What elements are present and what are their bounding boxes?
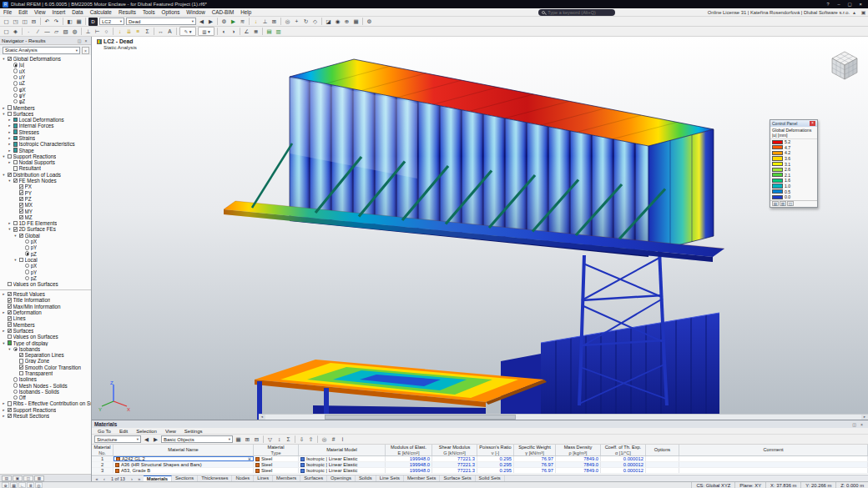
separator[interactable]: [113, 28, 114, 35]
member-hinge-icon[interactable]: ○: [102, 27, 111, 36]
tree-expander-icon[interactable]: ▾: [2, 172, 6, 178]
tree-expander-icon[interactable]: ▸: [8, 141, 12, 147]
material-model-cell[interactable]: Isotropic | Linear Elastic: [299, 468, 386, 473]
first-table-icon[interactable]: «: [93, 476, 100, 481]
tree-item[interactable]: Transparent: [0, 370, 91, 376]
orientation-cube[interactable]: [826, 48, 863, 83]
menu-item[interactable]: CAD-BIM: [209, 8, 238, 16]
separator[interactable]: [22, 28, 23, 35]
separator[interactable]: [240, 28, 240, 35]
menu-item[interactable]: View: [31, 8, 49, 16]
tree-checkbox[interactable]: [19, 234, 24, 239]
tree-checkbox[interactable]: [8, 173, 13, 178]
grid-toggle-icon[interactable]: ▦: [10, 482, 18, 488]
material-name-cell[interactable]: A36 (HR Structural Shapes and Bars) ▾: [114, 462, 254, 467]
navigator-toggle-icon[interactable]: ◧: [65, 17, 74, 26]
menu-item[interactable]: Calculate: [87, 8, 115, 16]
poisson-ratio-cell[interactable]: 0.295: [477, 456, 514, 461]
tree-checkbox[interactable]: [13, 99, 18, 104]
tree-checkbox[interactable]: [13, 81, 18, 86]
table-tab[interactable]: Openings: [327, 475, 356, 481]
tree-item[interactable]: ▸ Support Reactions: [0, 407, 91, 413]
separator[interactable]: [40, 18, 41, 25]
tree-checkbox[interactable]: [8, 292, 13, 297]
save-icon[interactable]: ◫: [20, 17, 29, 26]
3d-viewport[interactable]: LC2 - Dead Static Analysis Control: [92, 37, 868, 420]
table-menu-item[interactable]: Edit: [115, 429, 132, 434]
tree-item[interactable]: ▸ Local Deformations: [0, 117, 91, 123]
result-diagram-toggle-icon[interactable]: ▥: [274, 27, 283, 36]
column-header[interactable]: Poisson's Ratio ν [-]: [477, 445, 514, 455]
next-load-case-icon[interactable]: ▶: [206, 17, 215, 26]
tree-checkbox[interactable]: [13, 129, 18, 134]
isometric-view-icon[interactable]: ◇: [310, 17, 320, 26]
tree-checkbox[interactable]: [13, 383, 18, 388]
tree-expander-icon[interactable]: ▸: [2, 105, 6, 111]
tree-item[interactable]: ▸ Result Values: [0, 291, 91, 297]
table-tab[interactable]: Line Sets: [376, 475, 404, 481]
tree-expander-icon[interactable]: ▸: [8, 148, 12, 153]
comment-cell[interactable]: [679, 462, 868, 467]
comment-cell[interactable]: [679, 468, 868, 473]
tree-expander-icon[interactable]: ▾: [13, 257, 18, 263]
tree-item[interactable]: pZ: [0, 275, 91, 281]
table-tab[interactable]: Lines: [254, 475, 273, 481]
node-icon[interactable]: ∙: [24, 27, 33, 36]
tree-item[interactable]: ▾ Distribution of Loads: [0, 172, 91, 178]
transparency-icon[interactable]: ◑: [229, 27, 238, 36]
objects-filter-combo[interactable]: Basic Objects ▾: [161, 435, 233, 443]
column-header[interactable]: Specific Weight γ [kN/m³]: [514, 445, 556, 455]
select-objects-icon[interactable]: ▢: [2, 27, 11, 36]
tree-checkbox[interactable]: [13, 347, 18, 352]
menu-item[interactable]: Help: [237, 8, 255, 16]
tree-expander-icon[interactable]: ▸: [8, 123, 12, 128]
options-cell[interactable]: [646, 462, 679, 467]
tree-checkbox[interactable]: [13, 93, 18, 98]
tree-checkbox[interactable]: [13, 142, 18, 147]
row-number-cell[interactable]: 1: [92, 456, 114, 461]
redo-icon[interactable]: ↷: [52, 17, 61, 26]
tree-checkbox[interactable]: [8, 316, 13, 321]
snap-icon[interactable]: ⊕: [342, 17, 351, 26]
table-tab[interactable]: Sections: [172, 475, 198, 481]
options-cell[interactable]: [646, 456, 679, 461]
tree-item[interactable]: Values on Surfaces: [0, 334, 91, 340]
edit-style-combo[interactable]: ✎ ▾: [179, 27, 196, 36]
calculator-icon[interactable]: #: [329, 435, 338, 444]
table-tab[interactable]: Solid Sets: [476, 475, 505, 481]
undo-icon[interactable]: ↶: [43, 17, 52, 26]
modulus-cell[interactable]: 199948.0: [386, 462, 432, 467]
collapse-ribbon-icon[interactable]: ▴: [850, 9, 859, 15]
tree-item[interactable]: pZ: [0, 251, 91, 257]
table-menu-item[interactable]: Go To: [93, 429, 115, 434]
table-tab[interactable]: Member Sets: [404, 475, 440, 481]
tree-item[interactable]: ▸ Shape: [0, 147, 91, 153]
tree-checkbox[interactable]: [8, 408, 13, 413]
tree-checkbox[interactable]: [13, 395, 18, 400]
tree-item[interactable]: ▸ Stresses: [0, 129, 91, 135]
print-icon[interactable]: ⊟: [29, 17, 38, 26]
tree-checkbox[interactable]: [8, 304, 13, 309]
tree-item[interactable]: MX: [0, 202, 91, 208]
tree-item[interactable]: ▾ Local: [0, 257, 91, 263]
tree-checkbox[interactable]: [13, 123, 18, 128]
tree-item[interactable]: ▾ FE Mesh Nodes: [0, 178, 91, 184]
measure-icon[interactable]: ∠: [242, 27, 251, 36]
tree-checkbox[interactable]: [19, 371, 24, 376]
tree-checkbox[interactable]: [8, 105, 13, 110]
tree-expander-icon[interactable]: ▸: [2, 309, 6, 315]
search-input[interactable]: [548, 10, 611, 15]
shear-modulus-cell[interactable]: 77221.3: [432, 456, 477, 461]
tree-item[interactable]: ▸ Surfaces: [0, 328, 91, 334]
tree-item[interactable]: ▸ Members: [0, 104, 91, 110]
search-box[interactable]: [538, 9, 615, 16]
container-end-wall[interactable]: [648, 129, 714, 253]
tree-checkbox[interactable]: [19, 258, 24, 263]
tree-expander-icon[interactable]: ▸: [8, 117, 12, 123]
tree-checkbox[interactable]: [8, 298, 13, 303]
separator[interactable]: [63, 18, 63, 25]
separator[interactable]: [176, 28, 177, 35]
line-icon[interactable]: ∕: [33, 27, 43, 36]
tree-expander-icon[interactable]: ▾: [8, 226, 12, 232]
tree-checkbox[interactable]: [8, 401, 13, 406]
